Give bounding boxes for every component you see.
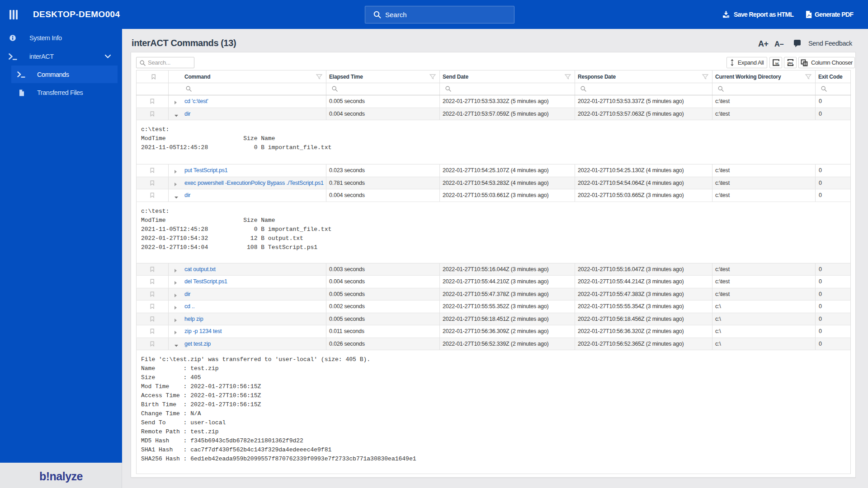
svg-text:xlsx: xlsx xyxy=(787,61,793,65)
